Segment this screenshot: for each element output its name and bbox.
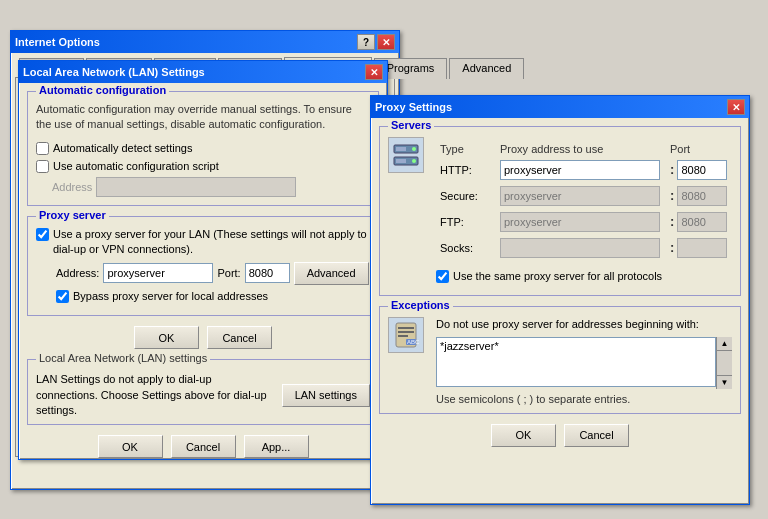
servers-label: Servers xyxy=(388,119,434,131)
exceptions-content: Do not use proxy server for addresses be… xyxy=(436,317,732,404)
row-addr-secure xyxy=(496,183,666,209)
table-row: Socks: : xyxy=(436,235,732,261)
exceptions-section: Exceptions ABC Do not use proxy server f… xyxy=(379,306,741,413)
exceptions-desc: Do not use proxy server for addresses be… xyxy=(436,317,732,332)
close-button[interactable]: ✕ xyxy=(377,34,395,50)
same-proxy-checkbox[interactable] xyxy=(436,270,449,283)
row-addr-ftp xyxy=(496,209,666,235)
lan-settings-window: Local Area Network (LAN) Settings ✕ Auto… xyxy=(18,60,388,460)
socks-port-input[interactable] xyxy=(677,238,727,258)
auto-detect-row[interactable]: Automatically detect settings xyxy=(36,141,370,155)
svg-rect-5 xyxy=(396,159,406,163)
proxy-settings-title-bar[interactable]: Proxy Settings ✕ xyxy=(371,96,749,118)
address-field-label: Address: xyxy=(56,267,99,279)
auto-config-section: Automatic configuration Automatic config… xyxy=(27,91,379,206)
address-row: Address xyxy=(52,177,370,197)
proxy-use-checkbox[interactable] xyxy=(36,228,49,241)
exceptions-textarea[interactable]: *jazzserver* xyxy=(436,337,716,387)
io-apply-button[interactable]: App... xyxy=(244,435,309,458)
lan-close-button[interactable]: ✕ xyxy=(365,64,383,80)
lan-ok-button[interactable]: OK xyxy=(134,326,199,349)
same-proxy-row[interactable]: Use the same proxy server for all protoc… xyxy=(436,269,732,283)
proxy-close-button[interactable]: ✕ xyxy=(727,99,745,115)
same-proxy-label: Use the same proxy server for all protoc… xyxy=(453,269,662,283)
secure-port-input[interactable] xyxy=(677,186,727,206)
col-address: Proxy address to use xyxy=(496,141,666,157)
row-port-ftp: : xyxy=(666,209,732,235)
proxy-use-label: Use a proxy server for your LAN (These s… xyxy=(53,227,370,256)
internet-options-title: Internet Options xyxy=(15,36,100,48)
auto-script-label: Use automatic configuration script xyxy=(53,159,219,173)
proxy-settings-title: Proxy Settings xyxy=(375,101,452,113)
bypass-row[interactable]: Bypass proxy server for local addresses xyxy=(56,289,370,303)
exceptions-scrollbar[interactable] xyxy=(716,337,732,389)
row-port-http: : xyxy=(666,157,732,183)
col-type: Type xyxy=(436,141,496,157)
lan-settings-title: Local Area Network (LAN) Settings xyxy=(23,66,205,78)
table-row: HTTP: : xyxy=(436,157,732,183)
proxy-port-input[interactable] xyxy=(245,263,290,283)
bypass-label: Bypass proxy server for local addresses xyxy=(73,289,268,303)
secure-address-input[interactable] xyxy=(500,186,660,206)
auto-config-desc: Automatic configuration may override man… xyxy=(36,102,370,133)
proxy-use-row[interactable]: Use a proxy server for your LAN (These s… xyxy=(36,227,370,256)
svg-point-2 xyxy=(412,147,416,151)
http-port-input[interactable] xyxy=(677,160,727,180)
servers-section: Servers Typ xyxy=(379,126,741,296)
row-addr-socks xyxy=(496,235,666,261)
row-type-http: HTTP: xyxy=(436,157,496,183)
svg-point-3 xyxy=(412,159,416,163)
svg-rect-4 xyxy=(396,147,406,151)
svg-text:ABC: ABC xyxy=(407,339,420,345)
lan-bottom-section: Local Area Network (LAN) settings LAN Se… xyxy=(27,359,379,425)
proxy-server-label: Proxy server xyxy=(36,209,109,221)
auto-config-label: Automatic configuration xyxy=(36,84,169,96)
servers-content: Type Proxy address to use Port HTTP: xyxy=(436,137,732,287)
bypass-checkbox[interactable] xyxy=(56,290,69,303)
row-port-secure: : xyxy=(666,183,732,209)
row-port-socks: : xyxy=(666,235,732,261)
io-ok-button[interactable]: OK xyxy=(98,435,163,458)
svg-rect-8 xyxy=(398,331,414,333)
ftp-address-input[interactable] xyxy=(500,212,660,232)
io-cancel-button[interactable]: Cancel xyxy=(171,435,236,458)
tab-advanced[interactable]: Advanced xyxy=(449,58,524,79)
lan-settings-title-bar[interactable]: Local Area Network (LAN) Settings ✕ xyxy=(19,61,387,83)
ftp-port-input[interactable] xyxy=(677,212,727,232)
exceptions-icon: ABC xyxy=(388,317,424,353)
addr-port-row: Address: Port: Advanced xyxy=(56,262,370,285)
proxy-server-section: Proxy server Use a proxy server for your… xyxy=(27,216,379,316)
lan-settings-btn[interactable]: LAN settings xyxy=(282,384,370,407)
proxy-ok-button[interactable]: OK xyxy=(491,424,556,447)
address-label: Address xyxy=(52,181,92,193)
row-type-socks: Socks: xyxy=(436,235,496,261)
table-row: FTP: : xyxy=(436,209,732,235)
svg-rect-9 xyxy=(398,335,408,337)
proxy-table: Type Proxy address to use Port HTTP: xyxy=(436,141,732,261)
row-type-ftp: FTP: xyxy=(436,209,496,235)
exceptions-wrapper: *jazzserver* xyxy=(436,337,732,389)
internet-options-title-bar[interactable]: Internet Options ? ✕ xyxy=(11,31,399,53)
exceptions-label: Exceptions xyxy=(388,299,453,311)
servers-icon xyxy=(388,137,424,173)
proxy-cancel-button[interactable]: Cancel xyxy=(564,424,629,447)
auto-script-row[interactable]: Use automatic configuration script xyxy=(36,159,370,173)
advanced-button[interactable]: Advanced xyxy=(294,262,369,285)
col-port: Port xyxy=(666,141,732,157)
socks-address-input[interactable] xyxy=(500,238,660,258)
address-input[interactable] xyxy=(96,177,296,197)
auto-detect-checkbox[interactable] xyxy=(36,142,49,155)
http-address-input[interactable] xyxy=(500,160,660,180)
row-addr-http xyxy=(496,157,666,183)
io-bottom-buttons: OK Cancel App... xyxy=(27,435,379,458)
proxy-button-row: OK Cancel xyxy=(379,424,741,447)
proxy-address-input[interactable] xyxy=(103,263,213,283)
table-row: Secure: : xyxy=(436,183,732,209)
lan-button-row: OK Cancel xyxy=(27,326,379,349)
exceptions-hint: Use semicolons ( ; ) to separate entries… xyxy=(436,393,732,405)
help-button[interactable]: ? xyxy=(357,34,375,50)
proxy-settings-window: Proxy Settings ✕ Servers xyxy=(370,95,750,505)
svg-rect-7 xyxy=(398,327,414,329)
auto-script-checkbox[interactable] xyxy=(36,160,49,173)
lan-cancel-button[interactable]: Cancel xyxy=(207,326,272,349)
